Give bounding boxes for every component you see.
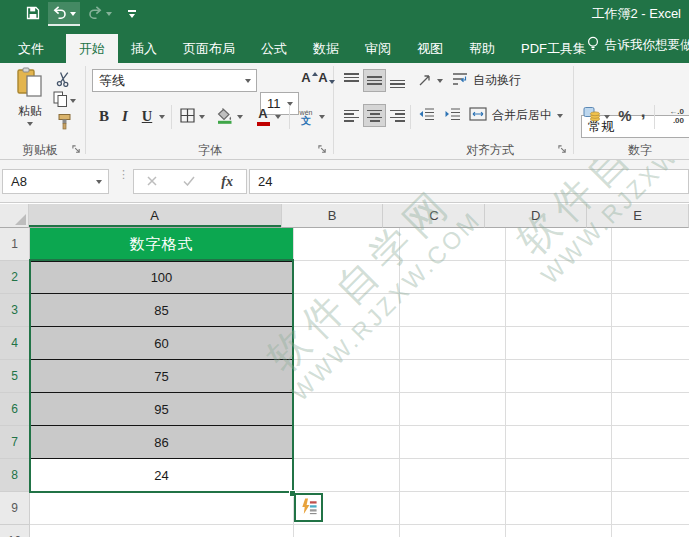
- tab-view[interactable]: 视图: [404, 34, 456, 63]
- clipboard-dialog-launcher[interactable]: [70, 143, 82, 155]
- insert-function-button[interactable]: fx: [221, 174, 233, 190]
- underline-caret-icon[interactable]: [159, 115, 165, 119]
- cell-a2[interactable]: 100: [31, 261, 292, 294]
- row-header-1[interactable]: 1: [0, 228, 30, 261]
- font-color-bar-icon: [257, 122, 270, 126]
- align-center-button[interactable]: [364, 105, 385, 126]
- row-header-4[interactable]: 4: [0, 327, 30, 360]
- fill-color-caret-icon[interactable]: [237, 115, 243, 119]
- format-painter-icon: [57, 113, 72, 133]
- middle-align-button[interactable]: [364, 70, 385, 91]
- column-header-b[interactable]: B: [282, 204, 384, 228]
- column-header-e[interactable]: E: [587, 204, 689, 228]
- font-dialog-launcher[interactable]: [316, 143, 328, 155]
- increase-decimal-button[interactable]: ←.0 .00: [660, 105, 684, 126]
- accounting-format-button[interactable]: [582, 105, 602, 126]
- save-button[interactable]: [22, 2, 44, 26]
- comma-style-button[interactable]: ,: [637, 101, 649, 122]
- tab-data[interactable]: 数据: [300, 34, 352, 63]
- format-painter-button[interactable]: [52, 113, 76, 133]
- merge-center-icon: [469, 107, 487, 124]
- increase-indent-button[interactable]: [441, 105, 463, 126]
- undo-dropdown-caret[interactable]: [70, 12, 76, 16]
- customize-caret-icon: [129, 14, 135, 18]
- font-name-value: 等线: [99, 72, 125, 90]
- cancel-icon[interactable]: [147, 174, 157, 189]
- tell-me-box[interactable]: 告诉我你想要做: [586, 28, 689, 63]
- cut-button[interactable]: [52, 70, 76, 90]
- name-box[interactable]: A8: [2, 169, 109, 194]
- quick-analysis-button[interactable]: [294, 493, 323, 522]
- cell-a4[interactable]: 60: [31, 327, 292, 360]
- tab-review[interactable]: 审阅: [352, 34, 404, 63]
- formula-bar-resize-handle[interactable]: ⋮: [118, 171, 129, 178]
- formula-buttons: fx: [133, 169, 247, 194]
- orientation-caret-icon[interactable]: [437, 79, 443, 83]
- formula-value: 24: [258, 174, 272, 189]
- tab-insert[interactable]: 插入: [118, 34, 170, 63]
- column-header-c[interactable]: C: [383, 204, 485, 228]
- cell-a6[interactable]: 95: [31, 393, 292, 426]
- italic-button[interactable]: I: [118, 105, 132, 128]
- grow-font-button[interactable]: A: [302, 71, 317, 91]
- cell-a3[interactable]: 85: [31, 294, 292, 327]
- row-headers: 1 2 3 4 5 6 7 8 9 10: [0, 228, 30, 537]
- cell-a1[interactable]: 数字格式: [30, 228, 293, 261]
- font-color-caret-icon[interactable]: [275, 115, 281, 119]
- select-all-corner[interactable]: [0, 204, 29, 228]
- alignment-dialog-launcher[interactable]: [556, 143, 568, 155]
- shrink-font-button[interactable]: A: [319, 71, 334, 91]
- row-header-6[interactable]: 6: [0, 393, 30, 426]
- tab-home[interactable]: 开始: [66, 34, 118, 63]
- font-color-letter: A: [258, 107, 267, 121]
- phonetic-caret-icon[interactable]: [319, 115, 325, 119]
- borders-button[interactable]: [177, 105, 197, 128]
- top-align-button[interactable]: [341, 70, 362, 91]
- fill-color-button[interactable]: [215, 105, 235, 128]
- redo-icon: [88, 6, 103, 22]
- tab-file[interactable]: 文件: [2, 34, 60, 63]
- shrink-font-letter: A: [318, 71, 327, 85]
- tab-help[interactable]: 帮助: [456, 34, 508, 63]
- cell-a7[interactable]: 86: [31, 426, 292, 459]
- column-header-d[interactable]: D: [485, 204, 587, 228]
- accounting-caret-icon[interactable]: [604, 115, 610, 119]
- row-header-5[interactable]: 5: [0, 360, 30, 393]
- enter-check-icon[interactable]: [183, 174, 195, 189]
- row-header-7[interactable]: 7: [0, 426, 30, 459]
- undo-button[interactable]: [48, 2, 80, 26]
- cell-a5[interactable]: 75: [31, 360, 292, 393]
- customize-quick-access-button[interactable]: [128, 10, 136, 18]
- wrap-text-button[interactable]: 自动换行: [452, 70, 521, 91]
- comma-label: ,: [641, 102, 646, 122]
- row-header-10[interactable]: 10: [0, 525, 30, 537]
- row-header-3[interactable]: 3: [0, 294, 30, 327]
- bold-button[interactable]: B: [95, 105, 113, 128]
- copy-button[interactable]: [52, 91, 76, 111]
- bottom-align-button[interactable]: [387, 70, 408, 91]
- paste-button[interactable]: 粘贴: [8, 67, 52, 126]
- phonetic-guide-button[interactable]: wén 文: [295, 104, 317, 129]
- decrease-indent-button[interactable]: [415, 105, 437, 126]
- borders-caret-icon[interactable]: [199, 115, 205, 119]
- row-header-2[interactable]: 2: [0, 261, 30, 294]
- tab-formulas[interactable]: 公式: [248, 34, 300, 63]
- font-color-button[interactable]: A: [253, 105, 273, 128]
- merge-center-button[interactable]: 合并后居中: [469, 105, 563, 126]
- column-header-a[interactable]: A: [29, 204, 282, 228]
- middle-align-icon: [367, 76, 382, 85]
- align-right-button[interactable]: [387, 105, 408, 126]
- align-left-button[interactable]: [341, 105, 362, 126]
- underline-button[interactable]: U: [138, 105, 156, 128]
- tab-page-layout[interactable]: 页面布局: [170, 34, 248, 63]
- cell-a8-active[interactable]: 24: [31, 459, 292, 492]
- percent-style-button[interactable]: %: [616, 105, 634, 126]
- row-header-8[interactable]: 8: [0, 459, 30, 492]
- font-name-combo[interactable]: 等线: [92, 69, 257, 92]
- top-align-icon: [344, 73, 359, 82]
- redo-button[interactable]: [84, 2, 116, 26]
- orientation-button[interactable]: [415, 70, 435, 91]
- formula-input[interactable]: 24: [249, 169, 689, 194]
- align-left-icon: [344, 110, 359, 122]
- row-header-9[interactable]: 9: [0, 492, 30, 525]
